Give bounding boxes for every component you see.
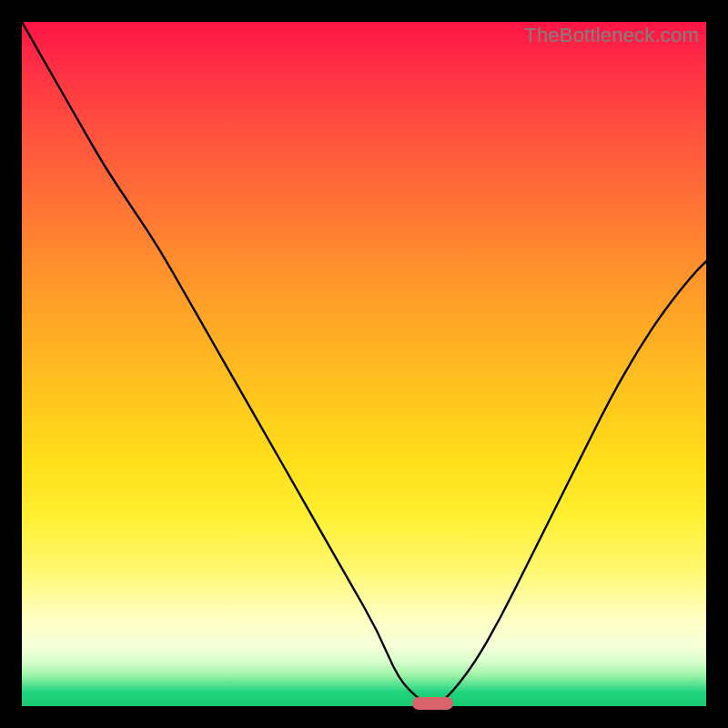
optimum-marker <box>412 697 453 710</box>
chart-frame: TheBottleneck.com <box>0 0 728 728</box>
curve-path <box>22 22 706 704</box>
bottleneck-curve <box>22 22 706 706</box>
chart-plot-area: TheBottleneck.com <box>22 22 706 706</box>
